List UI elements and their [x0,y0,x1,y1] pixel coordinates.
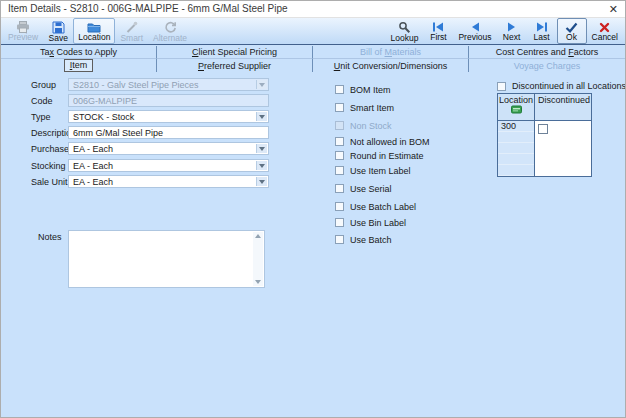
item-details-window: Item Details - S2810 - 006G-MALPIPE - 6m… [0,0,626,418]
tab-strip: Tax Codes to Apply Client Special Pricin… [1,46,625,72]
location-column: 300 [498,121,535,176]
tab-client-special-pricing[interactable]: Client Special Pricing [157,46,313,59]
checkbox-round-in-estimate[interactable]: Round in Estimate [335,150,424,161]
location-column-header: Location [498,94,535,120]
first-button[interactable]: First [423,18,453,44]
previous-button[interactable]: Previous [453,18,496,44]
alternate-label: Alternate [153,34,187,43]
checkbox-use-batch[interactable]: Use Batch [335,234,392,245]
notes-scrollbar[interactable] [253,232,263,286]
tab-preferred-supplier[interactable]: Preferred Supplier [157,59,313,72]
location-button[interactable]: Location [73,18,115,44]
location-cell[interactable]: 300 [498,121,534,132]
purchase-unit-combobox[interactable]: EA - Each [68,142,269,155]
field-row-description: Description 6mm G/Mal Steel Pipe [1,126,286,139]
next-button[interactable]: Next [497,18,527,44]
tab-item-selected[interactable]: Item [1,59,157,72]
locations-table-body: 300 [498,121,591,176]
code-label: Code [31,96,53,106]
checkbox-use-item-label[interactable]: Use Item Label [335,165,411,176]
use-serial-checkbox[interactable] [335,184,344,193]
ok-label: Ok [566,33,577,42]
cancel-label: Cancel [592,33,618,42]
row-discontinued-checkbox[interactable] [538,124,548,134]
bom-item-checkbox[interactable] [335,85,344,94]
tab-voyage-charges: Voyage Charges [469,59,625,72]
lookup-button[interactable]: Lookup [386,18,424,44]
previous-label: Previous [458,33,491,42]
preview-button: Preview [3,18,43,44]
toolbar: Preview Save Location Smart Alternate [1,18,625,45]
locations-table: Location Discontinued 300 [497,93,592,177]
discontinued-all-checkbox[interactable] [497,82,506,91]
tab-unit-conversion-dimensions[interactable]: Unit Conversion/Dimensions [313,59,469,72]
ok-button[interactable]: Ok [557,18,587,44]
checkbox-discontinued-all-locations[interactable]: Discontinued in all Locations [497,81,626,91]
preview-label: Preview [8,33,38,42]
use-batch-label-checkbox[interactable] [335,202,344,211]
location-label: Location [78,33,110,42]
stocking-unit-combobox[interactable]: EA - Each [68,159,269,172]
close-icon[interactable]: ✕ [609,2,618,16]
field-row-stocking-unit: Stocking Unit EA - Each [1,159,286,172]
cancel-button[interactable]: Cancel [587,18,623,44]
checkbox-use-bin-label[interactable]: Use Bin Label [335,217,406,228]
stocking-unit-dropdown-arrow-icon[interactable] [256,161,267,170]
save-button[interactable]: Save [43,18,73,44]
sale-unit-combobox[interactable]: EA - Each [68,175,269,188]
field-row-group: Group S2810 - Galv Steel Pipe Pieces [1,78,286,91]
scroll-up-icon[interactable] [255,234,261,238]
use-bin-label-checkbox[interactable] [335,218,344,227]
group-combobox: S2810 - Galv Steel Pipe Pieces [68,78,269,91]
locations-table-header: Location Discontinued [498,94,591,121]
type-dropdown-arrow-icon[interactable] [256,112,267,121]
sale-unit-label: Sale Unit [31,177,68,187]
type-label: Type [31,112,51,122]
field-row-type: Type STOCK - Stock [1,110,286,123]
smart-button: Smart [115,18,148,44]
field-row-sale-unit: Sale Unit EA - Each [1,175,286,188]
location-cell-empty [498,143,534,154]
not-allowed-in-bom-checkbox[interactable] [335,137,344,146]
smart-item-checkbox[interactable] [335,103,344,112]
field-row-code: Code 006G-MALPIPE [1,94,286,107]
last-button[interactable]: Last [527,18,557,44]
notes-textarea[interactable] [68,230,265,288]
non-stock-checkbox [335,121,344,130]
location-cell-empty [498,165,534,176]
tab-tax-codes-to-apply[interactable]: Tax Codes to Apply [1,46,157,59]
code-field: 006G-MALPIPE [68,94,269,107]
title-bar: Item Details - S2810 - 006G-MALPIPE - 6m… [1,1,625,18]
location-cell-empty [498,154,534,165]
purchase-unit-dropdown-arrow-icon[interactable] [256,144,267,153]
group-dropdown-arrow-icon [256,80,267,89]
tab-cost-centres-and-factors[interactable]: Cost Centres and Factors [469,46,625,59]
scroll-down-icon[interactable] [255,280,261,284]
smart-label: Smart [120,34,143,43]
checkbox-non-stock: Non Stock [335,120,392,131]
round-in-estimate-checkbox[interactable] [335,151,344,160]
sale-unit-dropdown-arrow-icon[interactable] [256,177,267,186]
checkbox-use-serial[interactable]: Use Serial [335,183,392,194]
description-field[interactable]: 6mm G/Mal Steel Pipe [68,126,269,139]
field-row-purchase-unit: Purchase Unit EA - Each [1,142,286,155]
first-label: First [430,33,447,42]
checkbox-not-allowed-in-bom[interactable]: Not allowed in BOM [335,136,430,147]
save-label: Save [49,34,68,43]
discontinued-column [535,121,591,176]
discontinued-column-header: Discontinued [535,94,591,120]
next-label: Next [503,33,520,42]
location-header-icon [511,105,522,116]
type-combobox[interactable]: STOCK - Stock [68,110,269,123]
use-item-label-checkbox[interactable] [335,166,344,175]
notes-label: Notes [38,232,62,242]
last-label: Last [533,33,549,42]
use-batch-checkbox[interactable] [335,235,344,244]
checkbox-smart-item[interactable]: Smart Item [335,102,394,113]
checkbox-use-batch-label[interactable]: Use Batch Label [335,201,416,212]
location-cell-empty [498,132,534,143]
lookup-label: Lookup [391,34,419,43]
window-title: Item Details - S2810 - 006G-MALPIPE - 6m… [8,3,288,14]
checkbox-bom-item[interactable]: BOM Item [335,84,391,95]
alternate-button: Alternate [148,18,192,44]
